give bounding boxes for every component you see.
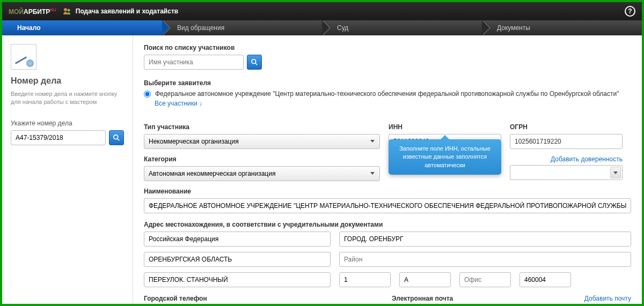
building-input[interactable]: [399, 272, 451, 287]
svg-line-3: [118, 139, 120, 141]
house-input[interactable]: [339, 272, 391, 287]
ogrn-label: ОГРН: [510, 123, 623, 131]
step-court[interactable]: Суд: [322, 20, 482, 35]
applicant-radio[interactable]: [144, 91, 151, 98]
document-icon: [11, 44, 36, 70]
region-input[interactable]: [144, 252, 331, 267]
inn-tooltip: Заполните поле ИНН, остальные известные …: [389, 139, 501, 175]
svg-point-1: [67, 9, 70, 12]
address-label: Адрес местонахождения, в соответствии с …: [144, 221, 631, 228]
office-input[interactable]: [459, 272, 511, 287]
case-search-button[interactable]: [109, 130, 124, 145]
participant-type-select[interactable]: Некоммерческая организация: [144, 134, 380, 149]
logo[interactable]: МОЙАРБИТРRU: [9, 8, 56, 16]
sidebar-hint: Введите номер дела и нажмите кнопку для …: [11, 90, 124, 107]
svg-line-5: [255, 63, 258, 65]
poa-select[interactable]: [510, 165, 623, 180]
ogrn-input[interactable]: [510, 134, 623, 149]
name-label: Наименование: [144, 188, 631, 195]
inn-label: ИНН: [389, 123, 501, 131]
phone-label: Городской телефон: [144, 295, 383, 302]
chevron-down-icon: [370, 171, 375, 176]
participant-search-input[interactable]: [144, 55, 244, 70]
street-input[interactable]: [144, 272, 331, 287]
participant-search-button[interactable]: [247, 55, 262, 70]
category-select[interactable]: Автономная некоммерческая организация: [144, 166, 380, 181]
applicant-name: Федеральное автономное учреждение "Центр…: [155, 90, 619, 98]
svg-point-4: [252, 59, 256, 64]
people-icon: [63, 7, 71, 16]
sidebar-title: Номер дела: [11, 76, 124, 86]
chevron-down-icon: [610, 167, 621, 178]
category-label: Категория: [144, 155, 380, 163]
content-area: Поиск по списку участников Выберите заяв…: [133, 35, 642, 304]
header-bar: МОЙАРБИТРRU Подача заявлений и ходатайст…: [2, 2, 642, 20]
district-input[interactable]: [339, 252, 631, 267]
org-name-input[interactable]: [144, 198, 631, 213]
svg-point-2: [114, 135, 118, 139]
wizard-steps: Начало Вид обращения Суд Документы: [2, 20, 642, 35]
add-email-link[interactable]: Добавить почту: [584, 295, 631, 302]
participant-type-label: Тип участника: [144, 123, 380, 131]
case-number-label: Укажите номер дела: [11, 120, 124, 127]
chevron-down-icon: [370, 139, 375, 144]
participant-search-label: Поиск по списку участников: [144, 44, 631, 51]
country-input[interactable]: [144, 232, 331, 247]
sidebar: Номер дела Введите номер дела и нажмите …: [2, 35, 133, 304]
city-input[interactable]: [339, 232, 631, 247]
all-participants-link[interactable]: Все участники ↓: [155, 100, 202, 107]
page-title: Подача заявлений и ходатайств: [76, 8, 178, 15]
case-number-input[interactable]: [11, 130, 106, 145]
help-icon[interactable]: ?: [625, 6, 635, 17]
step-documents[interactable]: Документы: [482, 20, 642, 35]
step-start[interactable]: Начало: [2, 20, 162, 35]
step-type[interactable]: Вид обращения: [162, 20, 322, 35]
applicant-section-label: Выберите заявителя: [144, 79, 631, 87]
add-poa-link[interactable]: Добавить доверенность: [510, 155, 623, 163]
postal-input[interactable]: [519, 272, 571, 287]
svg-point-0: [64, 8, 67, 11]
